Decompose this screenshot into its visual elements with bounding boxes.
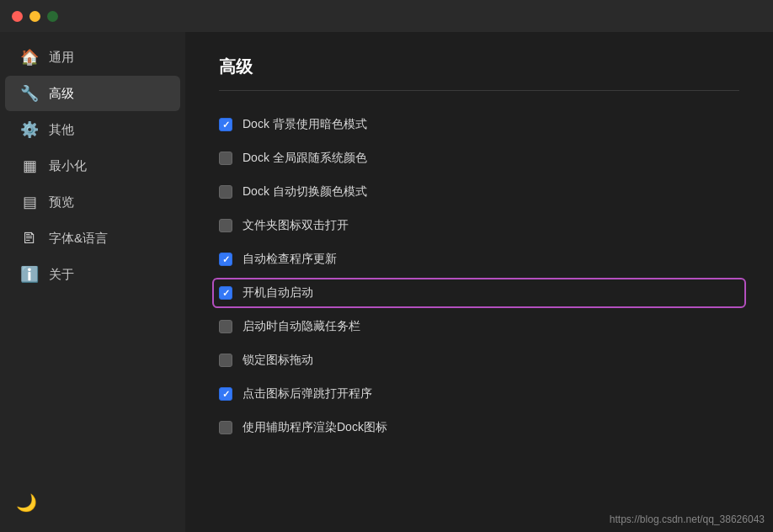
- fontlang-icon: 🖹: [20, 229, 39, 247]
- sidebar-item-other[interactable]: ⚙️其他: [5, 112, 180, 147]
- sidebar-item-label-advanced: 高级: [49, 86, 74, 102]
- divider: [219, 90, 739, 91]
- setting-item-hide-taskbar: 启动时自动隐藏任务栏: [219, 310, 739, 343]
- setting-label-folder-double-click: 文件夹图标双击打开: [243, 218, 349, 233]
- setting-item-accessibility-render: 使用辅助程序渲染Dock图标: [219, 411, 739, 444]
- content-area: 高级 Dock 背景使用暗色模式Dock 全局跟随系统颜色Dock 自动切换颜色…: [185, 32, 773, 532]
- sidebar-item-label-minimize: 最小化: [49, 158, 87, 174]
- setting-item-auto-switch-color: Dock 自动切换颜色模式: [219, 175, 739, 209]
- sidebar-item-preview[interactable]: ▤预览: [5, 184, 180, 220]
- checkbox-lock-icon-drag[interactable]: [219, 354, 232, 367]
- setting-label-dark-mode: Dock 背景使用暗色模式: [243, 117, 367, 132]
- close-button[interactable]: [12, 11, 23, 22]
- setting-label-auto-start: 开机自动启动: [243, 285, 313, 301]
- sidebar-item-advanced[interactable]: 🔧高级: [5, 76, 180, 111]
- sidebar-item-label-about: 关于: [49, 267, 74, 283]
- main-container: 🏠通用🔧高级⚙️其他▦最小化▤预览🖹字体&语言ℹ️关于 🌙 高级 Dock 背景…: [0, 32, 773, 532]
- setting-label-follow-system-color: Dock 全局跟随系统颜色: [243, 151, 367, 166]
- checkbox-accessibility-render[interactable]: [219, 421, 232, 434]
- setting-item-bounce-open: 点击图标后弹跳打开程序: [219, 377, 739, 411]
- general-icon: 🏠: [20, 48, 39, 66]
- minimize-button[interactable]: [29, 11, 40, 22]
- setting-item-follow-system-color: Dock 全局跟随系统颜色: [219, 141, 739, 175]
- setting-label-hide-taskbar: 启动时自动隐藏任务栏: [243, 319, 360, 334]
- sidebar-item-label-preview: 预览: [49, 194, 74, 210]
- sidebar-item-about[interactable]: ℹ️关于: [5, 257, 180, 292]
- checkbox-dark-mode[interactable]: [219, 118, 232, 131]
- setting-label-bounce-open: 点击图标后弹跳打开程序: [243, 386, 372, 402]
- sidebar-footer: 🌙: [0, 483, 185, 525]
- sidebar-item-label-fontlang: 字体&语言: [49, 231, 108, 247]
- setting-item-auto-start: 开机自动启动: [219, 276, 739, 310]
- sidebar-item-general[interactable]: 🏠通用: [5, 40, 180, 75]
- minimize-icon: ▦: [20, 157, 39, 175]
- about-icon: ℹ️: [20, 265, 39, 284]
- settings-list: Dock 背景使用暗色模式Dock 全局跟随系统颜色Dock 自动切换颜色模式文…: [219, 108, 739, 444]
- checkbox-auto-switch-color[interactable]: [219, 185, 232, 199]
- advanced-icon: 🔧: [20, 84, 39, 103]
- checkbox-folder-double-click[interactable]: [219, 219, 232, 232]
- sidebar-item-label-general: 通用: [49, 50, 74, 66]
- page-title: 高级: [219, 56, 739, 78]
- setting-label-auto-update: 自动检查程序更新: [243, 252, 337, 267]
- setting-label-lock-icon-drag: 锁定图标拖动: [243, 353, 313, 368]
- checkbox-bounce-open[interactable]: [219, 387, 232, 401]
- titlebar: [0, 0, 773, 32]
- checkbox-follow-system-color[interactable]: [219, 152, 232, 165]
- checkbox-auto-start[interactable]: [219, 286, 232, 300]
- watermark: https://blog.csdn.net/qq_38626043: [610, 513, 765, 525]
- maximize-button[interactable]: [47, 11, 58, 22]
- preview-icon: ▤: [20, 193, 39, 211]
- sidebar-item-fontlang[interactable]: 🖹字体&语言: [5, 221, 180, 256]
- setting-label-accessibility-render: 使用辅助程序渲染Dock图标: [243, 420, 387, 435]
- checkbox-hide-taskbar[interactable]: [219, 320, 232, 333]
- checkbox-auto-update[interactable]: [219, 253, 232, 266]
- setting-label-auto-switch-color: Dock 自动切换颜色模式: [243, 184, 367, 200]
- setting-item-folder-double-click: 文件夹图标双击打开: [219, 209, 739, 242]
- theme-toggle-button[interactable]: 🌙: [15, 492, 37, 513]
- sidebar: 🏠通用🔧高级⚙️其他▦最小化▤预览🖹字体&语言ℹ️关于 🌙: [0, 32, 185, 532]
- other-icon: ⚙️: [20, 120, 39, 139]
- setting-item-dark-mode: Dock 背景使用暗色模式: [219, 108, 739, 141]
- sidebar-item-label-other: 其他: [49, 122, 74, 138]
- setting-item-auto-update: 自动检查程序更新: [219, 242, 739, 276]
- setting-item-lock-icon-drag: 锁定图标拖动: [219, 343, 739, 377]
- sidebar-item-minimize[interactable]: ▦最小化: [5, 148, 180, 184]
